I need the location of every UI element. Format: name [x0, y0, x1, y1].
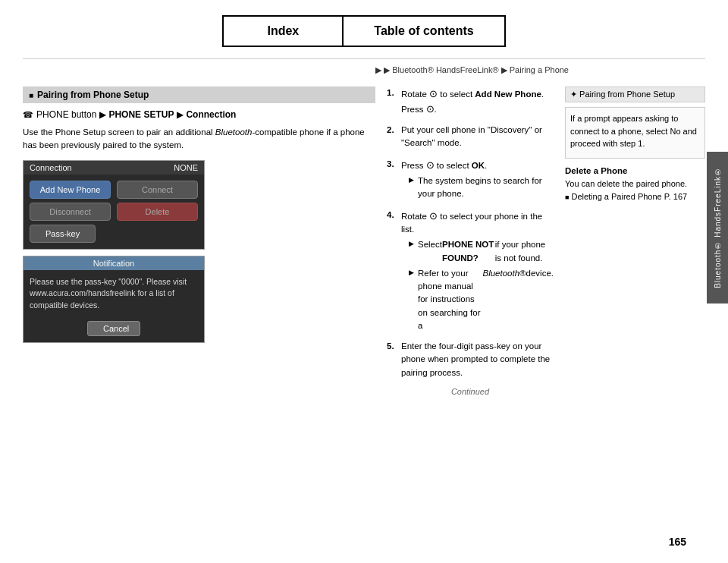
step-3-sub: The system begins to search for your pho…	[401, 175, 554, 201]
delete-link[interactable]: Deleting a Paired Phone P. 167	[565, 192, 705, 201]
arrow1: ▶	[99, 110, 105, 120]
disconnect-btn[interactable]: Disconnect	[30, 203, 111, 221]
right-note-box: If a prompt appears asking to connect to…	[565, 107, 705, 159]
notification-body: Please use the pass-key "0000". Please v…	[24, 270, 204, 318]
right-column: ✦ Pairing from Phone Setup If a prompt a…	[565, 86, 705, 396]
screen-btn-row-1: Add New Phone Connect	[30, 181, 198, 199]
phone-btn-label: PHONE button	[36, 109, 96, 120]
step-3: 3. Press ⊙ to select OK. The system begi…	[387, 158, 554, 201]
right-note-header: ✦ Pairing from Phone Setup	[565, 86, 705, 102]
left-column: Pairing from Phone Setup ☎ PHONE button …	[23, 86, 375, 396]
passkey-btn[interactable]: Pass-key	[30, 225, 96, 243]
phone-icon: ☎	[23, 110, 33, 120]
page-number: 165	[669, 536, 686, 548]
main-content: Pairing from Phone Setup ☎ PHONE button …	[23, 86, 705, 396]
arrow2: ▶	[177, 110, 183, 120]
add-new-phone-btn[interactable]: Add New Phone	[30, 181, 111, 199]
phone-setup-line: ☎ PHONE button ▶ PHONE SETUP ▶ Connectio…	[23, 109, 375, 120]
top-navigation: Index Table of contents	[0, 0, 728, 58]
connection-screen: Connection NONE Add New Phone Connect Di…	[23, 160, 205, 250]
step-2: 2. Put your cell phone in "Discovery" or…	[387, 124, 554, 150]
screen-top-bar: Connection NONE	[24, 161, 204, 175]
screen-buttons: Add New Phone Connect Disconnect Delete …	[24, 175, 204, 249]
notification-cancel-btn[interactable]: Cancel	[87, 321, 140, 336]
index-button[interactable]: Index	[222, 15, 344, 47]
toc-button[interactable]: Table of contents	[342, 15, 505, 47]
intro-text: Use the Phone Setup screen to pair an ad…	[23, 126, 375, 153]
step-4-sub2: Refer to your phone manual for instructi…	[401, 267, 554, 332]
phone-setup-label: PHONE SETUP	[108, 109, 174, 120]
step-1: 1. Rotate ⊙ to select Add New Phone. Pre…	[387, 86, 554, 116]
breadcrumb: ▶ ▶ Bluetooth® HandsFreeLink® ▶ Pairing …	[23, 58, 705, 79]
step-4: 4. Rotate ⊙ to select your phone in the …	[387, 209, 554, 333]
step-5: 5. Enter the four-digit pass-key on your…	[387, 340, 554, 379]
step-4-sub1: Select PHONE NOT FOUND? if your phone is…	[401, 238, 554, 265]
connect-btn[interactable]: Connect	[117, 181, 198, 199]
screen-btn-row-3: Pass-key	[30, 225, 198, 243]
notification-title: Notification	[24, 256, 204, 270]
delete-phone-header: Delete a Phone	[565, 166, 705, 175]
sidebar-tab: Bluetooth® HandsFreeLink®	[707, 152, 728, 304]
screen-title: Connection	[30, 163, 72, 172]
delete-phone-text: You can delete the paired phone.	[565, 178, 705, 190]
continued-label: Continued	[387, 387, 554, 396]
connection-label: Connection	[186, 109, 236, 120]
section-header: Pairing from Phone Setup	[23, 86, 375, 103]
delete-btn[interactable]: Delete	[117, 203, 198, 221]
steps-column: 1. Rotate ⊙ to select Add New Phone. Pre…	[387, 86, 554, 396]
notification-screen: Notification Please use the pass-key "00…	[23, 256, 205, 343]
screen-btn-row-2: Disconnect Delete	[30, 203, 198, 221]
screen-status: NONE	[174, 163, 198, 172]
